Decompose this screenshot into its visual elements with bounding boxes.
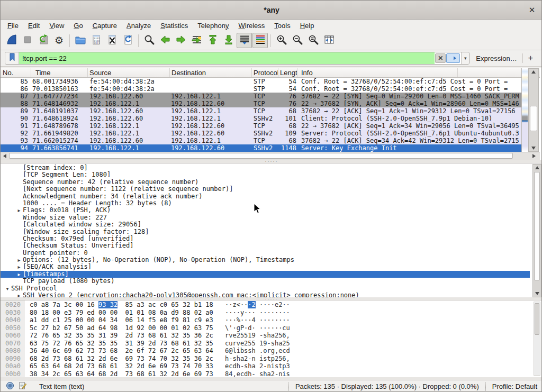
hex-bytes[interactable]: 5c 27 b2 67 50 ad 64 98 1d 92 00 00 01 0…	[25, 324, 225, 332]
column-header-time[interactable]: Time	[31, 68, 88, 77]
scrollbar-thumb[interactable]	[9, 153, 513, 159]
go-forward-button[interactable]	[173, 33, 188, 48]
expand-arrow-icon[interactable]: ▾	[4, 285, 11, 292]
hex-byte-run[interactable]: 63 75 72 76 65 32 35 35 31 39 2d 73 68 6…	[30, 340, 213, 347]
detail-line[interactable]: 1000 .... = Header Length: 32 bytes (8)	[1, 200, 530, 207]
ascii-selected[interactable]: ·2	[248, 301, 255, 308]
hex-row[interactable]: 003080 18 00 e3 79 ed 00 00 01 01 08 0a …	[1, 309, 290, 317]
open-file-button[interactable]	[73, 33, 88, 48]
close-window-button[interactable]: ✕	[527, 5, 537, 15]
scrollbar-thumb[interactable]	[530, 106, 537, 131]
hex-byte-run[interactable]: 38 34 2c 65 63 64 68 2d 73 68 61 32 2d 6…	[30, 370, 213, 378]
hex-bytes[interactable]: c0 a8 7a 3c 00 16 93 32 85 a3 ac c0 65 3…	[25, 301, 225, 309]
detail-line[interactable]: Urgent pointer: 0	[1, 250, 530, 257]
menu-analyze[interactable]: Analyze	[122, 21, 156, 31]
hex-bytes[interactable]: 68 2d 73 68 61 32 2d 6e 69 73 74 70 32 3…	[25, 355, 225, 363]
start-capture-button[interactable]	[4, 33, 19, 48]
hex-row[interactable]: 006072 76 65 32 35 35 31 39 2d 73 68 61 …	[1, 332, 290, 340]
expand-arrow-icon[interactable]: ▸	[15, 263, 23, 270]
capture-options-button[interactable]: ⚙	[51, 33, 67, 48]
packet-row-94[interactable]: 9471.663856741192.168.122.1192.168.122.6…	[1, 144, 521, 152]
hex-ascii[interactable]: 84,ecdh- sha2-nis	[225, 370, 290, 378]
hex-selected-bytes[interactable]: 93 32	[98, 301, 118, 308]
scrollbar-thumb[interactable]	[535, 303, 539, 335]
ascii-run[interactable]: \'·gP·d· ······cu	[225, 324, 290, 332]
menu-go[interactable]: Go	[69, 21, 87, 31]
menu-edit[interactable]: Edit	[23, 21, 44, 31]
hex-row[interactable]: 0020c0 a8 7a 3c 00 16 93 32 85 a3 ac c0 …	[1, 301, 290, 309]
clear-filter-button[interactable]: ✕	[435, 53, 446, 63]
ascii-run[interactable]: ···%···4 ········	[225, 316, 290, 324]
hex-ascii[interactable]: h-sha2-n istp256,	[225, 355, 290, 363]
detail-line[interactable]: [TCP Segment Len: 1080]	[1, 171, 530, 178]
column-header-destination[interactable]: Destination	[170, 68, 252, 77]
packet-row-91[interactable]: 9171.648789678192.168.122.1192.168.122.6…	[1, 122, 521, 130]
column-header-source[interactable]: Source	[88, 68, 170, 77]
hex-bytes[interactable]: 80 18 00 e3 79 ed 00 00 01 01 08 0a d9 8…	[25, 309, 225, 317]
close-file-button[interactable]	[104, 33, 120, 48]
hex-byte-run[interactable]: 80 18 00 e3 79 ed 00 00 01 01 08 0a d9 8…	[30, 309, 213, 316]
go-back-button[interactable]	[157, 33, 173, 48]
menu-tools[interactable]: Tools	[269, 21, 295, 31]
scroll-right-arrow[interactable]	[531, 153, 537, 159]
hex-ascii[interactable]: ····y··· ········	[225, 309, 290, 317]
packet-row-93[interactable]: 9371.662015274192.168.122.60192.168.122.…	[1, 137, 521, 144]
ascii-run[interactable]: ··z<··	[225, 301, 248, 308]
hex-bytes[interactable]: 63 75 72 76 65 32 35 35 31 39 2d 73 68 6…	[25, 340, 225, 348]
detail-line[interactable]: Window size value: 227	[1, 214, 530, 221]
find-packet-button[interactable]	[141, 33, 157, 48]
hex-row[interactable]: 00505c 27 b2 67 50 ad 64 98 1d 92 00 00 …	[1, 324, 290, 332]
hex-bytes[interactable]: 65 63 64 68 2d 73 68 61 32 2d 6e 69 73 7…	[25, 362, 225, 370]
scroll-up-arrow[interactable]	[533, 165, 541, 171]
zoom-reset-button[interactable]	[305, 33, 321, 48]
menu-telephony[interactable]: Telephony	[193, 21, 233, 31]
packet-list-minimap[interactable]	[521, 68, 528, 152]
hex-row[interactable]: 0040a1 dd c1 25 00 00 04 34 06 14 f5 e8 …	[1, 316, 290, 324]
ascii-run[interactable]: ····y··· ········	[225, 309, 290, 316]
detail-line[interactable]: Sequence number: 42 (relative sequence n…	[1, 179, 530, 186]
ascii-run[interactable]: 84,ecdh- sha2-nis	[225, 370, 290, 378]
hex-bytes[interactable]: 72 76 65 32 35 35 31 39 2d 73 68 61 32 3…	[25, 332, 225, 340]
hex-byte-run[interactable]: 85 a3 ac c0 65 32 b1 18	[118, 301, 213, 308]
expression-button[interactable]: Expression…	[476, 54, 517, 62]
column-header-info[interactable]: Info	[297, 68, 458, 77]
expand-arrow-icon[interactable]: ▸	[15, 207, 23, 214]
hex-row[interactable]: 00b038 34 2c 65 63 64 68 2d 73 68 61 32 …	[1, 370, 290, 378]
hex-row[interactable]: 00a065 63 64 68 2d 73 68 61 32 2d 6e 69 …	[1, 362, 290, 370]
details-vertical-scrollbar[interactable]	[532, 164, 541, 297]
go-to-packet-button[interactable]	[189, 33, 204, 48]
go-to-bottom-button[interactable]	[221, 33, 236, 48]
expand-arrow-icon[interactable]: ▸	[15, 292, 23, 297]
detail-line[interactable]: ▸[Timestamps]	[1, 271, 530, 278]
hex-row[interactable]: 009068 2d 73 68 61 32 2d 6e 69 73 74 70 …	[1, 355, 290, 363]
detail-line[interactable]: [Calculated window size: 29056]	[1, 221, 530, 228]
detail-line[interactable]: [Stream index: 0]	[1, 165, 530, 171]
packet-row-89[interactable]: 8971.648191037192.168.122.60192.168.122.…	[1, 107, 521, 115]
detail-line[interactable]: ▸[SEQ/ACK analysis]	[1, 263, 530, 270]
zoom-in-button[interactable]	[274, 33, 289, 48]
hex-ascii[interactable]: \'·gP·d· ······cu	[225, 324, 290, 332]
scroll-up-arrow[interactable]	[529, 69, 538, 75]
filter-history-dropdown[interactable]: ▾	[461, 52, 469, 64]
menu-view[interactable]: View	[44, 21, 69, 31]
hex-row[interactable]: 007063 75 72 76 65 32 35 35 31 39 2d 73 …	[1, 340, 290, 348]
restart-capture-button[interactable]	[35, 33, 51, 48]
hex-ascii[interactable]: ··z<···2 ····e2··	[225, 301, 290, 309]
ascii-run[interactable]: rve25519 -sha256,	[225, 332, 290, 339]
colorize-button[interactable]	[252, 33, 268, 48]
hex-byte-run[interactable]: 36 40 6c 69 62 73 73 68 2e 6f 72 67 2c 6…	[30, 347, 213, 354]
detail-line[interactable]: Acknowledgment number: 34 (relative ack …	[1, 193, 530, 200]
hex-ascii[interactable]: curve255 19-sha25	[225, 340, 290, 348]
menu-wireless[interactable]: Wireless	[234, 21, 270, 31]
menu-statistics[interactable]: Statistics	[156, 21, 193, 31]
expand-arrow-icon[interactable]: ▸	[15, 257, 23, 263]
expert-info-icon[interactable]	[6, 381, 14, 391]
packet-list-vertical-scrollbar[interactable]	[528, 68, 539, 152]
column-header-protocol[interactable]: Protocol	[252, 68, 278, 77]
detail-line[interactable]: [Window size scaling factor: 128]	[1, 229, 530, 235]
detail-line[interactable]: ▸Flags: 0x018 (PSH, ACK)	[1, 207, 530, 214]
column-header-no[interactable]: No.	[1, 68, 31, 77]
detail-line[interactable]: ▾SSH Protocol	[1, 285, 530, 292]
stop-capture-button[interactable]	[20, 33, 35, 48]
zoom-out-button[interactable]	[290, 33, 305, 48]
